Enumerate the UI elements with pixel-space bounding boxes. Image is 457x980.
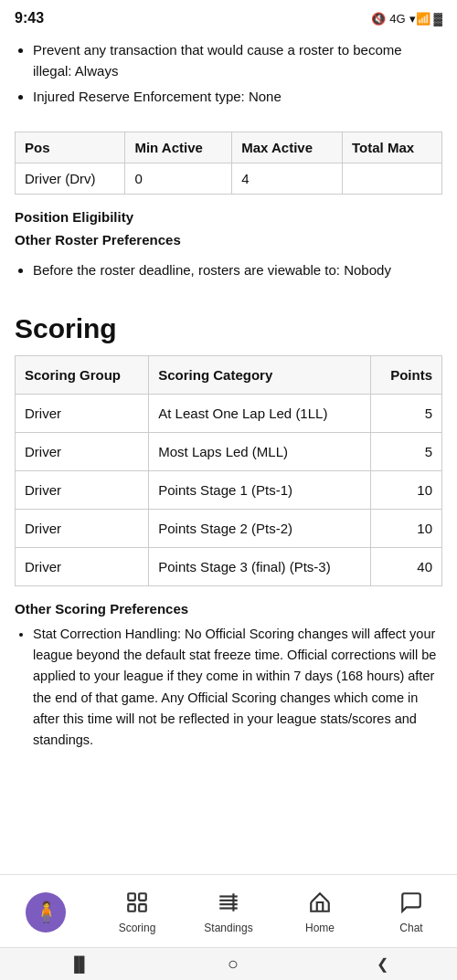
- list-item: Prevent any transaction that would cause…: [33, 40, 442, 81]
- score-category: Points Stage 3 (final) (Pts-3): [149, 548, 371, 586]
- status-bar: 9:43 🔇 4G ▾📶 ▓: [0, 0, 457, 33]
- score-category: Points Stage 1 (Pts-1): [149, 471, 371, 510]
- roster-rules-list: Prevent any transaction that would cause…: [15, 40, 442, 108]
- col-min-active: Min Active: [125, 132, 232, 163]
- home-nav-label: Home: [305, 922, 335, 934]
- android-nav-bar: ▐▌ ○ ❮: [0, 947, 457, 980]
- cell-total: [343, 163, 442, 194]
- recents-button[interactable]: ▐▌: [69, 956, 90, 973]
- col-total-max: Total Max: [343, 132, 442, 163]
- standings-nav-label: Standings: [204, 922, 252, 934]
- score-group: Driver: [16, 471, 149, 510]
- position-eligibility-label: Position Eligibility: [15, 209, 442, 225]
- mute-icon: 🔇: [371, 12, 386, 26]
- score-points: 40: [371, 548, 442, 586]
- main-content: Prevent any transaction that would cause…: [0, 33, 457, 864]
- signal-icon: ▾📶: [409, 12, 430, 26]
- score-category: At Least One Lap Led (1LL): [149, 395, 371, 433]
- score-category: Points Stage 2 (Pts-2): [149, 510, 371, 548]
- network-icon: 4G: [389, 12, 405, 26]
- roster-prefs-section: Before the roster deadline, rosters are …: [15, 253, 442, 298]
- roster-prefs-list: Before the roster deadline, rosters are …: [15, 260, 442, 281]
- table-row: Driver Points Stage 2 (Pts-2) 10: [16, 510, 442, 548]
- score-points: 5: [371, 433, 442, 471]
- table-row: Driver Points Stage 3 (final) (Pts-3) 40: [16, 548, 442, 586]
- nav-item-chat[interactable]: Chat: [366, 875, 457, 947]
- roster-pref-item: Before the roster deadline, rosters are …: [33, 260, 442, 281]
- svg-rect-2: [128, 904, 135, 912]
- scoring-col-points: Points: [371, 356, 442, 395]
- nav-item-scoring[interactable]: Scoring: [91, 875, 183, 947]
- col-pos: Pos: [16, 132, 125, 163]
- table-row: Driver Most Laps Led (MLL) 5: [16, 433, 442, 471]
- score-group: Driver: [16, 548, 149, 586]
- scoring-nav-label: Scoring: [119, 922, 156, 934]
- other-scoring-list: Stat Correction Handling: No Official Sc…: [15, 624, 442, 751]
- bottom-nav: 🧍 Scoring Standings: [0, 874, 457, 947]
- status-icons: 🔇 4G ▾📶 ▓: [371, 12, 442, 26]
- scoring-icon: [125, 890, 149, 918]
- avatar-figure: 🧍: [34, 901, 58, 924]
- score-group: Driver: [16, 433, 149, 471]
- score-points: 10: [371, 510, 442, 548]
- score-points: 5: [371, 395, 442, 433]
- score-group: Driver: [16, 395, 149, 433]
- roster-table: Pos Min Active Max Active Total Max Driv…: [15, 132, 442, 195]
- battery-icon: ▓: [434, 12, 442, 26]
- table-row: Driver (Drv) 0 4: [16, 163, 442, 194]
- svg-rect-3: [139, 904, 146, 912]
- avatar: 🧍: [26, 892, 66, 933]
- scoring-heading: Scoring: [15, 313, 442, 344]
- status-time: 9:43: [15, 10, 44, 26]
- back-button[interactable]: ❮: [377, 955, 388, 973]
- cell-min: 0: [125, 163, 232, 194]
- nav-item-picker[interactable]: 🧍: [0, 875, 91, 947]
- scoring-col-group: Scoring Group: [16, 356, 149, 395]
- svg-rect-0: [128, 893, 135, 901]
- cell-max: 4: [232, 163, 343, 194]
- other-scoring-label: Other Scoring Preferences: [15, 601, 442, 616]
- list-item: Injured Reserve Enforcement type: None: [33, 87, 442, 108]
- nav-item-home[interactable]: Home: [274, 875, 366, 947]
- chat-nav-label: Chat: [399, 922, 422, 934]
- bullet-section: Prevent any transaction that would cause…: [15, 33, 442, 124]
- chat-icon: [399, 890, 423, 918]
- scoring-table: Scoring Group Scoring Category Points Dr…: [15, 355, 442, 586]
- scoring-col-category: Scoring Category: [149, 356, 371, 395]
- home-icon: [308, 890, 332, 918]
- col-max-active: Max Active: [232, 132, 343, 163]
- score-category: Most Laps Led (MLL): [149, 433, 371, 471]
- table-row: Driver Points Stage 1 (Pts-1) 10: [16, 471, 442, 510]
- other-scoring-item: Stat Correction Handling: No Official Sc…: [33, 624, 442, 751]
- svg-rect-1: [139, 893, 146, 901]
- standings-icon: [217, 890, 240, 918]
- table-row: Driver At Least One Lap Led (1LL) 5: [16, 395, 442, 433]
- home-button[interactable]: ○: [228, 954, 239, 975]
- score-group: Driver: [16, 510, 149, 548]
- cell-pos: Driver (Drv): [16, 163, 125, 194]
- nav-item-standings[interactable]: Standings: [183, 875, 274, 947]
- other-roster-label: Other Roster Preferences: [15, 232, 442, 248]
- score-points: 10: [371, 471, 442, 510]
